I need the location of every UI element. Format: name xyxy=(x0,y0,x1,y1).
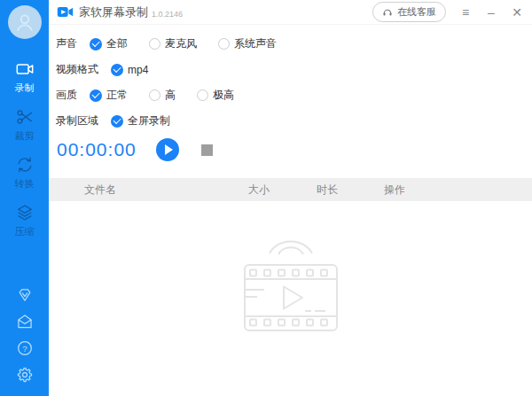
sidebar-item-record[interactable]: 录制 xyxy=(0,53,49,101)
app-window: 录制 裁剪 转换 xyxy=(0,0,532,396)
sidebar-item-label: 裁剪 xyxy=(15,129,35,143)
online-service-button[interactable]: 在线客服 xyxy=(372,2,446,22)
unchecked-radio-icon xyxy=(149,89,160,101)
format-choice-mp4[interactable]: mp4 xyxy=(111,64,148,76)
app-title: 家软屏幕录制 xyxy=(79,4,148,20)
choice-label: 高 xyxy=(165,88,176,103)
sidebar: 录制 裁剪 转换 xyxy=(0,0,49,396)
timer-display: 00:00:00 xyxy=(57,139,137,160)
titlebar: 家软屏幕录制 1.0.2146 在线客服 ≡ – ✕ xyxy=(49,0,532,25)
unchecked-radio-icon xyxy=(149,38,160,50)
choice-label: 正常 xyxy=(106,88,128,103)
sidebar-item-label: 转换 xyxy=(15,177,35,190)
layers-icon xyxy=(15,203,35,222)
settings-gear-icon[interactable] xyxy=(16,366,34,384)
scissors-icon xyxy=(15,107,35,127)
close-icon[interactable]: ✕ xyxy=(511,6,523,19)
checked-radio-icon xyxy=(90,89,102,102)
headset-icon xyxy=(382,7,393,18)
quality-choice-ultra[interactable]: 极高 xyxy=(197,88,234,103)
file-table-header: 文件名 大小 时长 操作 xyxy=(49,178,532,201)
quality-label: 画质 xyxy=(56,88,77,103)
choice-label: 全部 xyxy=(106,36,128,51)
region-option-row: 录制区域 全屏录制 xyxy=(56,108,532,134)
recording-options: 声音 全部 麦克风 系统声音 视频格式 mp4 xyxy=(49,25,532,134)
empty-file-list xyxy=(49,201,532,396)
titlebar-controls: 在线客服 ≡ – ✕ xyxy=(372,2,523,22)
minimize-icon[interactable]: – xyxy=(485,6,497,19)
column-size: 大小 xyxy=(248,182,317,198)
sound-choice-mic[interactable]: 麦克风 xyxy=(149,36,197,51)
start-record-button[interactable] xyxy=(156,138,179,161)
unchecked-radio-icon xyxy=(218,38,230,50)
region-choice-fullscreen[interactable]: 全屏录制 xyxy=(111,113,170,128)
sidebar-item-convert[interactable]: 转换 xyxy=(0,149,49,197)
sound-label: 声音 xyxy=(56,36,77,51)
column-filename: 文件名 xyxy=(49,182,248,198)
checked-radio-icon xyxy=(111,64,123,76)
column-action: 操作 xyxy=(384,182,532,198)
format-label: 视频格式 xyxy=(56,62,98,77)
app-version: 1.0.2146 xyxy=(152,10,183,19)
sidebar-item-trim[interactable]: 裁剪 xyxy=(0,101,49,149)
region-label: 录制区域 xyxy=(56,113,98,128)
help-icon[interactable]: ? xyxy=(16,339,34,357)
film-strip-placeholder-icon xyxy=(232,235,349,343)
checked-radio-icon xyxy=(90,38,102,50)
sound-choice-system[interactable]: 系统声音 xyxy=(218,36,277,51)
choice-label: mp4 xyxy=(128,64,148,76)
sidebar-item-label: 压缩 xyxy=(15,225,35,238)
vip-diamond-icon[interactable] xyxy=(16,286,34,304)
choice-label: 系统声音 xyxy=(234,36,277,51)
quality-choice-normal[interactable]: 正常 xyxy=(90,88,128,103)
user-icon xyxy=(13,11,36,34)
stop-record-button[interactable] xyxy=(201,144,213,156)
convert-arrows-icon xyxy=(15,155,35,175)
sound-choice-all[interactable]: 全部 xyxy=(90,36,128,51)
sidebar-item-label: 录制 xyxy=(15,82,35,95)
format-option-row: 视频格式 mp4 xyxy=(56,57,532,82)
choice-label: 全屏录制 xyxy=(128,113,170,128)
sidebar-bottom-icons: ? xyxy=(16,286,34,384)
avatar[interactable] xyxy=(8,5,42,39)
sidebar-nav: 录制 裁剪 转换 xyxy=(0,53,49,245)
quality-option-row: 画质 正常 高 极高 xyxy=(56,82,532,108)
checked-radio-icon xyxy=(111,115,123,128)
choice-label: 极高 xyxy=(213,88,234,103)
recorder-bar: 00:00:00 xyxy=(49,134,532,166)
video-camera-icon xyxy=(15,59,35,79)
mail-icon[interactable] xyxy=(16,313,34,330)
app-logo-icon xyxy=(57,4,74,20)
menu-icon[interactable]: ≡ xyxy=(459,6,472,19)
sidebar-item-compress[interactable]: 压缩 xyxy=(0,197,49,245)
quality-choice-high[interactable]: 高 xyxy=(149,88,176,103)
svg-text:?: ? xyxy=(22,344,27,353)
choice-label: 麦克风 xyxy=(165,36,197,51)
online-service-label: 在线客服 xyxy=(397,5,436,19)
main-area: 家软屏幕录制 1.0.2146 在线客服 ≡ – ✕ 声音 xyxy=(49,0,532,396)
unchecked-radio-icon xyxy=(197,89,208,101)
column-duration: 时长 xyxy=(317,182,384,198)
sound-option-row: 声音 全部 麦克风 系统声音 xyxy=(56,31,532,57)
